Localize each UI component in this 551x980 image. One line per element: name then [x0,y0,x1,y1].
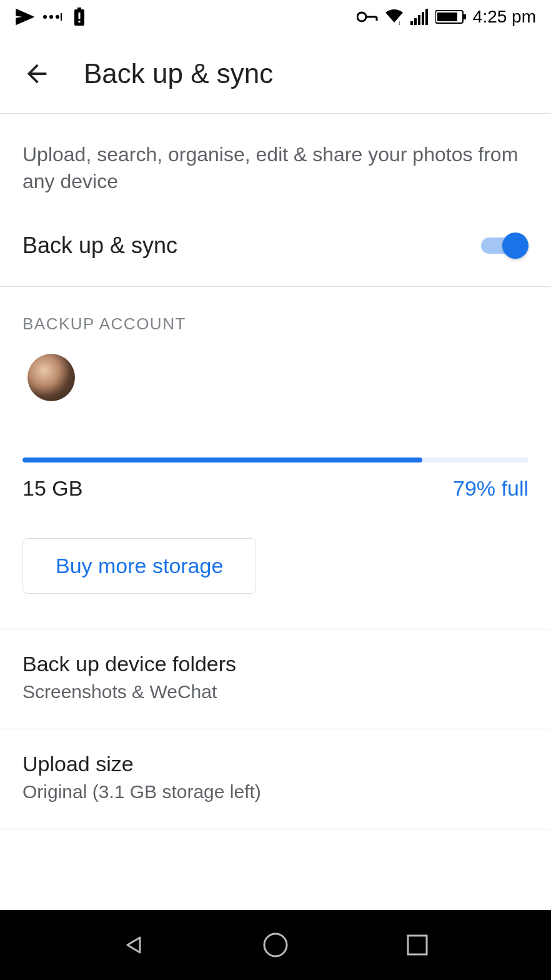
svg-rect-16 [425,9,428,25]
svg-rect-15 [422,12,424,25]
nav-recent-button[interactable] [402,929,433,961]
setting-subtitle: Original (3.1 GB storage left) [22,781,529,802]
status-right: ↕ 4:25 pm [357,7,536,27]
svg-rect-12 [410,21,413,25]
app-bar: Back up & sync [0,34,551,114]
upload-size-row[interactable]: Upload size Original (3.1 GB storage lef… [0,729,551,829]
page-description: Upload, search, organise, edit & share y… [0,114,551,218]
back-button[interactable] [22,59,51,88]
backup-device-folders-row[interactable]: Back up device folders Screenshots & WeC… [0,629,551,729]
svg-rect-21 [408,936,427,954]
nav-back-button[interactable] [118,929,149,961]
backup-sync-label: Back up & sync [22,232,177,259]
status-left [15,8,85,26]
svg-text:↕: ↕ [398,19,401,25]
buy-storage-button[interactable]: Buy more storage [22,538,256,594]
content: Upload, search, organise, edit & share y… [0,114,551,910]
setting-title: Back up device folders [22,652,529,676]
storage-labels: 15 GB 79% full [22,476,529,501]
setting-subtitle: Screenshots & WeChat [22,681,529,702]
page-title: Back up & sync [84,58,273,89]
battery-icon [435,9,467,24]
account-row[interactable] [0,342,551,420]
status-bar: ↕ 4:25 pm [0,0,551,34]
setting-title: Upload size [22,752,529,776]
storage-total: 15 GB [22,476,82,501]
battery-alert-icon [74,8,85,26]
switch-thumb [502,232,529,259]
svg-point-8 [357,12,366,21]
backup-sync-toggle-row[interactable]: Back up & sync [0,218,551,287]
signal-icon [410,9,429,25]
svg-rect-13 [414,18,417,25]
svg-point-1 [49,15,53,19]
vpn-key-icon [357,11,378,23]
svg-rect-4 [77,8,81,9]
send-icon [15,8,34,26]
storage-progress-fill [22,458,422,462]
storage-progress-bar [22,458,529,462]
nav-home-button[interactable] [260,929,291,961]
svg-point-2 [56,15,59,19]
svg-point-0 [43,15,47,19]
svg-rect-7 [79,21,81,22]
backup-sync-switch[interactable] [481,232,529,259]
svg-rect-18 [437,12,457,21]
avatar[interactable] [27,354,75,401]
storage-section: 15 GB 79% full Buy more storage [0,420,551,629]
dots-icon [42,13,65,21]
svg-rect-14 [418,15,420,25]
status-time: 4:25 pm [473,7,536,27]
wifi-icon: ↕ [384,9,404,25]
storage-percent: 79% full [453,476,529,501]
svg-rect-6 [79,12,81,19]
svg-rect-19 [464,14,466,19]
backup-account-header: BACKUP ACCOUNT [0,287,551,342]
svg-point-20 [264,934,287,956]
navigation-bar [0,910,551,980]
